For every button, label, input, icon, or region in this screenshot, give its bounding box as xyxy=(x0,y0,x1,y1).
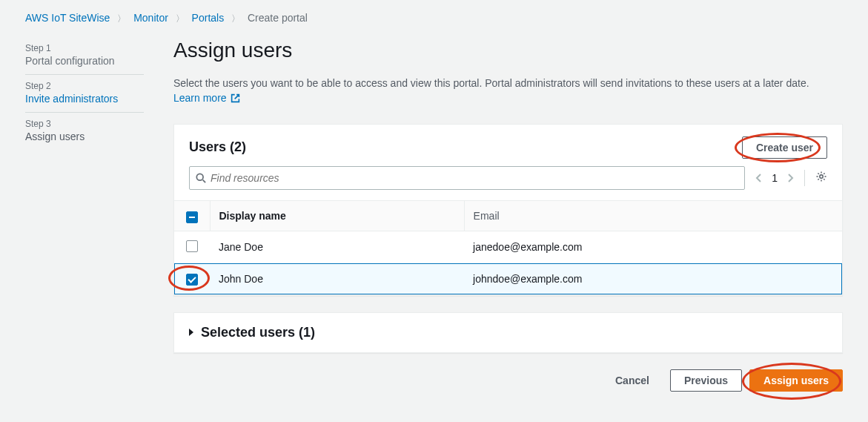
breadcrumb-link-sitewise[interactable]: AWS IoT SiteWise xyxy=(25,12,110,24)
step-label: Step 3 xyxy=(25,119,144,129)
chevron-right-icon: 〉 xyxy=(176,13,185,24)
selected-users-panel: Selected users (1) xyxy=(173,312,843,353)
users-panel: Users (2) Create user 1 xyxy=(173,124,843,296)
step-name: Invite administrators xyxy=(25,91,144,105)
chevron-right-icon xyxy=(786,173,794,183)
gear-icon xyxy=(815,171,827,182)
cell-email: janedoe@example.com xyxy=(464,231,842,263)
cell-email: johndoe@example.com xyxy=(464,263,842,294)
selected-users-toggle[interactable]: Selected users (1) xyxy=(174,313,842,352)
users-panel-title: Users (2) xyxy=(189,139,246,155)
caret-right-icon xyxy=(189,329,193,336)
search-input[interactable] xyxy=(206,172,738,184)
selected-users-title: Selected users (1) xyxy=(201,325,315,340)
users-table: Display name Email Jane Doe janedoe@exam… xyxy=(174,200,842,295)
row-checkbox[interactable] xyxy=(186,274,198,286)
step-1[interactable]: Step 1 Portal configuration xyxy=(25,37,144,75)
pagination: 1 xyxy=(755,172,794,184)
step-label: Step 2 xyxy=(25,81,144,91)
page-subtitle: Select the users you want to be able to … xyxy=(173,76,818,108)
wizard-actions: Cancel Previous Assign users xyxy=(173,369,843,392)
page-next-button[interactable] xyxy=(786,173,794,183)
cancel-button[interactable]: Cancel xyxy=(602,370,663,391)
breadcrumb-link-monitor[interactable]: Monitor xyxy=(133,12,168,24)
svg-point-1 xyxy=(820,175,823,178)
chevron-right-icon: 〉 xyxy=(117,13,126,24)
settings-button[interactable] xyxy=(815,171,827,185)
row-checkbox[interactable] xyxy=(186,240,198,252)
step-label: Step 1 xyxy=(25,43,144,53)
select-all-checkbox[interactable] xyxy=(186,211,198,223)
chevron-left-icon xyxy=(755,173,763,183)
subtitle-text: Select the users you want to be able to … xyxy=(173,77,809,89)
breadcrumb: AWS IoT SiteWise 〉 Monitor 〉 Portals 〉 C… xyxy=(0,0,868,34)
page-number: 1 xyxy=(772,172,778,184)
cell-name: Jane Doe xyxy=(210,231,464,263)
cell-name: John Doe xyxy=(210,263,464,294)
assign-users-button[interactable]: Assign users xyxy=(749,369,843,392)
search-icon xyxy=(196,173,206,183)
step-name: Assign users xyxy=(25,129,144,142)
external-link-icon xyxy=(231,92,240,107)
col-display-name[interactable]: Display name xyxy=(210,200,464,231)
breadcrumb-current: Create portal xyxy=(248,12,308,24)
table-row[interactable]: Jane Doe janedoe@example.com xyxy=(174,231,842,263)
table-row[interactable]: John Doe johndoe@example.com xyxy=(174,263,842,294)
chevron-right-icon: 〉 xyxy=(231,13,240,24)
svg-point-0 xyxy=(196,174,203,180)
search-input-wrap[interactable] xyxy=(189,166,745,190)
col-email[interactable]: Email xyxy=(464,200,842,231)
previous-button[interactable]: Previous xyxy=(670,369,742,392)
page-title: Assign users xyxy=(173,39,843,62)
step-name: Portal configuration xyxy=(25,53,144,67)
divider xyxy=(804,170,805,186)
wizard-steps: Step 1 Portal configuration Step 2 Invit… xyxy=(25,34,144,421)
create-user-button[interactable]: Create user xyxy=(742,136,827,159)
learn-more-link[interactable]: Learn more xyxy=(173,92,240,104)
step-3: Step 3 Assign users xyxy=(25,113,144,150)
breadcrumb-link-portals[interactable]: Portals xyxy=(192,12,225,24)
page-prev-button[interactable] xyxy=(755,173,763,183)
step-2[interactable]: Step 2 Invite administrators xyxy=(25,75,144,113)
